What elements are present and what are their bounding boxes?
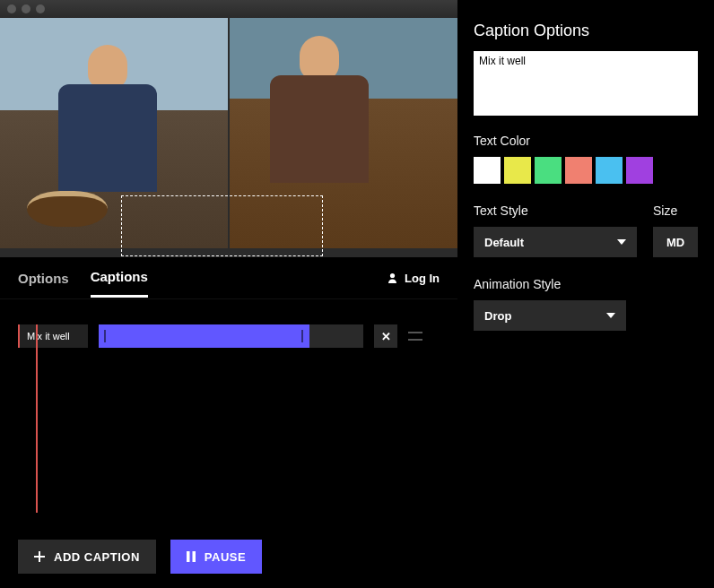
timeline-area: Mix it well ✕ [0,299,457,540]
person-illustration [257,36,382,197]
pause-icon [187,551,196,562]
clip-resize-handle-right[interactable] [301,330,304,342]
svg-rect-4 [192,551,196,562]
close-icon: ✕ [381,330,391,343]
size-field: Size MD [653,203,698,257]
color-swatch[interactable] [565,157,592,184]
bowl-illustration [27,191,108,227]
pause-label: Pause [205,550,246,564]
svg-rect-3 [187,551,190,562]
video-preview [0,18,457,257]
size-value: MD [666,236,684,249]
traffic-minimize-icon[interactable] [22,4,30,13]
animation-style-value: Drop [484,309,511,323]
size-label: Size [653,203,698,218]
caption-clip-bar[interactable] [99,324,309,348]
panel-title: Caption Options [474,22,698,40]
color-swatch[interactable] [474,157,501,184]
chevron-down-icon [617,239,626,245]
animation-style-label: Animation Style [474,277,698,291]
remove-caption-button[interactable]: ✕ [374,324,397,348]
tabs-row: Options Captions Log In [0,257,457,299]
timeline-track[interactable]: Mix it well ✕ [18,324,440,522]
traffic-close-icon[interactable] [7,4,16,13]
color-swatch[interactable] [504,157,531,184]
animation-style-select[interactable]: Drop [474,300,626,331]
tab-captions[interactable]: Captions [91,258,148,298]
svg-rect-2 [34,556,45,558]
add-caption-label: Add Caption [54,550,140,564]
chevron-down-icon [606,313,615,318]
text-style-label: Text Style [474,203,637,218]
caption-clip-empty [309,324,363,348]
caption-clip-label[interactable]: Mix it well [18,324,88,348]
pause-button[interactable]: Pause [170,540,262,574]
text-style-field: Text Style Default [474,203,637,257]
caption-row: Mix it well ✕ [18,324,440,348]
add-caption-button[interactable]: Add Caption [18,540,156,574]
plus-icon [34,551,45,562]
person-illustration [45,45,170,206]
color-swatch[interactable] [535,157,562,184]
reorder-handle-icon[interactable] [408,332,422,341]
window-titlebar [0,0,457,18]
text-style-value: Default [484,236,524,249]
size-select[interactable]: MD [653,227,698,257]
caption-text-input[interactable] [474,51,698,116]
traffic-zoom-icon[interactable] [36,4,45,13]
login-button[interactable]: Log In [387,272,440,285]
video-frame-right [230,18,457,248]
editor-left-pane: Options Captions Log In Mix it well [0,0,457,588]
tab-options[interactable]: Options [18,260,69,297]
timeline-playhead[interactable] [36,324,38,513]
login-label: Log In [405,272,440,285]
color-swatch[interactable] [596,157,623,184]
bottom-buttons: Add Caption Pause [0,540,457,588]
text-color-swatches [474,157,698,184]
clip-resize-handle-left[interactable] [104,330,107,342]
caption-options-panel: Caption Options Text Color Text Style De… [457,0,714,588]
video-frame-left [0,18,228,248]
user-icon [387,272,397,283]
color-swatch[interactable] [626,157,653,184]
text-color-label: Text Color [474,134,698,148]
caption-clip-bar-wrap [99,324,363,348]
text-style-select[interactable]: Default [474,227,637,257]
svg-point-0 [390,273,395,278]
